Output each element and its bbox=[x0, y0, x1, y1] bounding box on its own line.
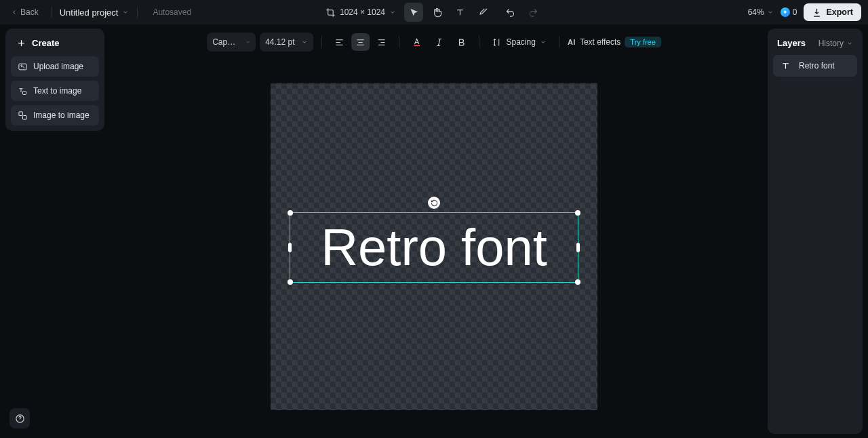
zoom-dropdown[interactable]: 64% bbox=[748, 7, 774, 17]
workspace: Create Upload image Text to image Image … bbox=[0, 24, 868, 438]
canvas-size-button[interactable]: 1024 × 1024 bbox=[326, 7, 396, 18]
layer-item[interactable]: Retro font bbox=[773, 55, 857, 77]
canvas-tools bbox=[404, 3, 492, 22]
chevron-down-icon bbox=[767, 9, 774, 16]
undo-button[interactable] bbox=[500, 3, 519, 22]
hand-icon bbox=[432, 7, 442, 18]
credits-value: 0 bbox=[793, 7, 797, 17]
credits-indicator[interactable]: ✦ 0 bbox=[781, 7, 797, 17]
export-button[interactable]: Export bbox=[804, 3, 861, 21]
text-selection-box[interactable]: Retro font bbox=[290, 212, 578, 283]
layers-header: Layers History bbox=[773, 35, 857, 55]
top-center-tools: 1024 × 1024 bbox=[326, 3, 542, 22]
back-label: Back bbox=[20, 7, 39, 17]
rotate-icon bbox=[431, 199, 438, 207]
crop-icon bbox=[326, 7, 336, 18]
cursor-icon bbox=[409, 7, 419, 18]
resize-handle-tr[interactable] bbox=[575, 210, 580, 216]
history-tab[interactable]: History bbox=[818, 39, 853, 48]
pan-tool[interactable] bbox=[427, 3, 446, 22]
undo-icon bbox=[505, 7, 515, 18]
eyedropper-tool[interactable] bbox=[473, 3, 492, 22]
chevron-left-icon bbox=[11, 9, 18, 16]
text-icon bbox=[781, 61, 791, 71]
chevron-down-icon bbox=[389, 9, 396, 16]
resize-handle-bl[interactable] bbox=[288, 279, 293, 285]
select-tool[interactable] bbox=[404, 3, 423, 22]
top-bar: Back Untitled project Autosaved 1024 × 1… bbox=[0, 0, 868, 24]
chevron-down-icon bbox=[846, 40, 853, 47]
autosaved-label: Autosaved bbox=[153, 7, 191, 17]
canvas-area[interactable]: Retro font bbox=[0, 24, 868, 438]
canvas[interactable]: Retro font bbox=[271, 83, 597, 410]
chevron-down-icon bbox=[122, 9, 129, 16]
back-button[interactable]: Back bbox=[7, 5, 43, 20]
text-layer-icon bbox=[778, 59, 792, 73]
top-right: 64% ✦ 0 Export bbox=[748, 3, 861, 21]
coin-icon: ✦ bbox=[781, 7, 790, 17]
help-icon bbox=[15, 414, 25, 424]
text-icon bbox=[455, 7, 465, 18]
history-tools bbox=[500, 3, 542, 22]
zoom-label: 64% bbox=[748, 7, 764, 17]
help-button[interactable] bbox=[9, 408, 30, 429]
canvas-size-label: 1024 × 1024 bbox=[340, 7, 385, 17]
download-icon bbox=[812, 7, 822, 18]
divider bbox=[51, 7, 52, 18]
history-label: History bbox=[818, 39, 844, 48]
resize-handle-tl[interactable] bbox=[288, 210, 293, 216]
layers-panel: Layers History Retro font bbox=[768, 28, 863, 434]
eyedropper-icon bbox=[478, 7, 488, 18]
resize-handle-br[interactable] bbox=[575, 279, 580, 285]
canvas-text[interactable]: Retro font bbox=[321, 222, 547, 273]
redo-icon bbox=[528, 7, 538, 18]
layer-label: Retro font bbox=[799, 61, 835, 71]
project-name-dropdown[interactable]: Untitled project bbox=[60, 7, 130, 18]
export-label: Export bbox=[826, 7, 853, 17]
resize-handle-mr[interactable] bbox=[576, 243, 580, 252]
divider bbox=[137, 7, 138, 18]
project-name-label: Untitled project bbox=[60, 7, 119, 18]
resize-handle-ml[interactable] bbox=[288, 243, 292, 252]
text-tool[interactable] bbox=[450, 3, 469, 22]
rotate-handle[interactable] bbox=[428, 197, 440, 209]
redo-button[interactable] bbox=[524, 3, 542, 22]
layers-tab[interactable]: Layers bbox=[777, 38, 806, 48]
